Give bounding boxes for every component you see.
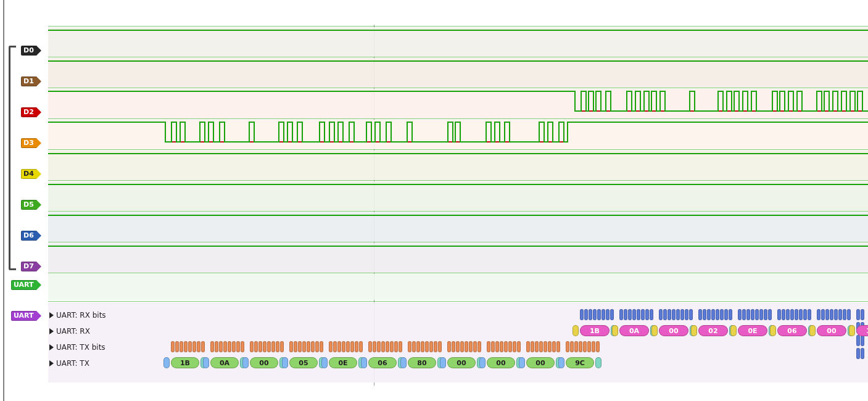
channel-group-bracket — [9, 46, 16, 270]
channel-tag-d0[interactable]: D0 — [21, 46, 37, 56]
tx-bit-cluster — [329, 341, 363, 352]
tx-bit-cluster — [368, 341, 403, 352]
tx-bit-cluster — [250, 341, 284, 352]
decoder-row-rx_bits[interactable]: UART: RX bits — [49, 311, 106, 320]
lane-separator — [48, 88, 868, 88]
channel-tag-d5[interactable]: D5 — [21, 200, 37, 210]
lane-separator — [48, 180, 868, 181]
expand-icon[interactable] — [49, 360, 54, 366]
waveform-lane-d2[interactable] — [48, 89, 868, 118]
rx-bit-cluster — [817, 309, 851, 320]
tx-bit-cluster — [526, 341, 561, 352]
waveform-lane-d5[interactable] — [48, 181, 868, 211]
channel-tag-d3[interactable]: D3 — [21, 138, 37, 148]
tx-start-bit-marker — [321, 357, 328, 368]
tx-byte[interactable]: 06 — [368, 357, 397, 368]
lane-separator — [48, 211, 868, 212]
channel-label: D4 — [23, 169, 34, 179]
decoder-row-rx[interactable]: UART: RX — [49, 327, 90, 336]
protocol-tag-uart-p[interactable]: UART — [11, 311, 37, 321]
tx-start-bit-marker — [558, 357, 564, 368]
waveform-lane-d0[interactable] — [48, 27, 868, 57]
rx-start-bit-marker — [770, 325, 776, 336]
tx-byte[interactable]: 05 — [289, 357, 318, 368]
protocol-tag-uart-g[interactable]: UART — [11, 280, 37, 290]
tx-bit-cluster — [289, 341, 324, 352]
channel-tag-d6[interactable]: D6 — [21, 231, 37, 241]
rx-byte[interactable]: 06 — [777, 325, 807, 336]
decoder-row-tx[interactable]: UART: TX — [49, 359, 89, 368]
lane-separator — [48, 242, 868, 242]
expand-icon[interactable] — [49, 344, 54, 350]
tx-byte[interactable]: 1B — [171, 357, 199, 368]
tx-start-bit-marker — [242, 357, 249, 368]
tx-byte[interactable]: 9C — [566, 357, 594, 368]
rx-bit-cluster — [580, 309, 614, 320]
lane-separator — [48, 26, 868, 27]
tx-byte[interactable]: 80 — [408, 357, 436, 368]
tx-start-bit-marker — [163, 357, 170, 368]
lane-separator — [48, 273, 868, 273]
tx-byte[interactable]: 0E — [329, 357, 357, 368]
channel-label: D2 — [23, 107, 34, 117]
trace-high — [48, 215, 868, 216]
rx-byte[interactable]: 02 — [698, 325, 728, 336]
tx-bit-cluster — [566, 341, 600, 352]
tx-bit-cluster — [447, 341, 482, 352]
rx-start-bit-marker — [651, 325, 658, 336]
rx-byte[interactable]: 0E — [738, 325, 767, 336]
tx-byte[interactable]: 00 — [487, 357, 515, 368]
tx-bit-cluster — [171, 341, 205, 352]
tx-byte[interactable]: 00 — [526, 357, 555, 368]
decoder-row-label: UART: RX — [56, 327, 90, 336]
decoder-row-label: UART: RX bits — [56, 311, 106, 320]
tx-start-bit-marker — [203, 357, 209, 368]
rx-start-bit-marker — [730, 325, 737, 336]
rx-bit-cluster — [856, 309, 868, 320]
channel-label: D5 — [23, 200, 34, 210]
waveform-lane-d3[interactable] — [48, 120, 868, 149]
channel-tag-d2[interactable]: D2 — [21, 107, 37, 117]
trace-wave — [48, 120, 868, 149]
waveform-lane-d1[interactable] — [48, 58, 868, 88]
rx-byte[interactable]: 00 — [817, 325, 846, 336]
tx-byte[interactable]: 00 — [250, 357, 278, 368]
expand-icon[interactable] — [49, 312, 54, 318]
tx-start-bit-marker — [440, 357, 446, 368]
channel-label: D3 — [23, 138, 34, 148]
expand-icon[interactable] — [49, 328, 54, 334]
rx-byte[interactable]: 1B — [856, 325, 868, 336]
rx-byte[interactable]: 1B — [580, 325, 610, 336]
trace-high — [48, 246, 868, 247]
rx-bit-cluster — [698, 309, 733, 320]
rx-start-bit-marker — [572, 325, 579, 336]
channel-tag-d1[interactable]: D1 — [21, 76, 37, 86]
rx-byte[interactable]: 0A — [619, 325, 649, 336]
gutter-line — [3, 0, 4, 401]
tx-stop-bit-marker — [595, 357, 601, 368]
tx-bit-cluster — [210, 341, 245, 352]
tx-byte[interactable]: 0A — [210, 357, 239, 368]
channel-tag-d4[interactable]: D4 — [21, 169, 37, 179]
trace-high — [48, 184, 868, 185]
trace-high — [48, 30, 868, 31]
tx-byte[interactable]: 00 — [447, 357, 476, 368]
protocol-label: UART — [14, 311, 34, 321]
tx-start-bit-marker — [282, 357, 288, 368]
rx-bit-cluster — [659, 309, 693, 320]
decoder-lane-uart-green[interactable] — [48, 274, 868, 300]
waveform-lane-d7[interactable] — [48, 243, 868, 273]
channel-label: D1 — [23, 76, 34, 86]
decoder-row-tx_bits[interactable]: UART: TX bits — [49, 343, 105, 352]
waveform-lane-d6[interactable] — [48, 212, 868, 242]
trace-high — [48, 60, 868, 62]
tx-start-bit-marker — [479, 357, 486, 368]
decoder-row-label: UART: TX — [56, 359, 89, 368]
channel-tag-d7[interactable]: D7 — [21, 262, 37, 271]
waveform-lane-d4[interactable] — [48, 151, 868, 180]
channel-label: D0 — [23, 46, 34, 56]
trace-wave — [48, 89, 868, 118]
rx-start-bit-marker — [849, 325, 855, 336]
rx-byte[interactable]: 00 — [659, 325, 688, 336]
lane-separator — [48, 118, 868, 119]
